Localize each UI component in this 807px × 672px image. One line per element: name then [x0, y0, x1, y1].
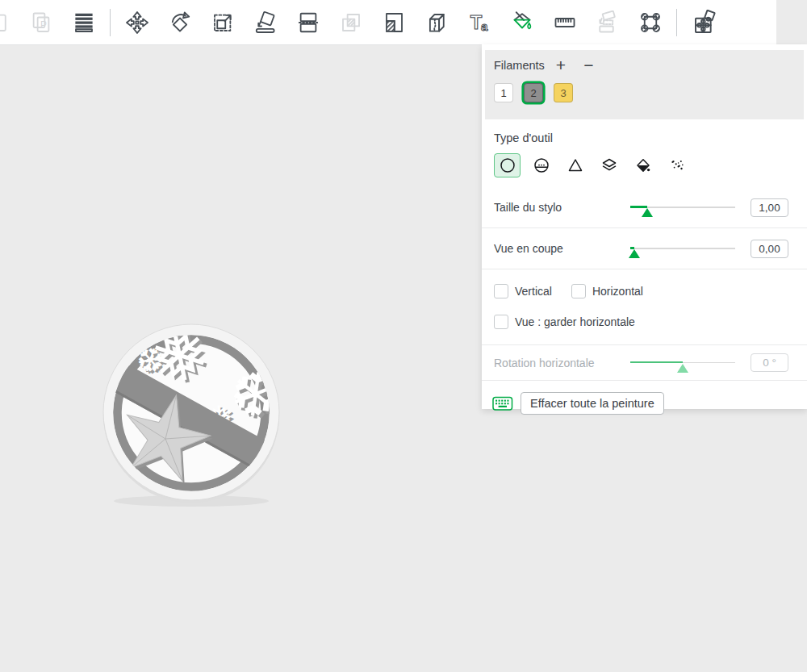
scale-button[interactable]: [201, 3, 244, 42]
seam-button[interactable]: [415, 3, 458, 42]
triangle-brush-icon: [567, 157, 584, 174]
toolbar-separator: [110, 9, 111, 36]
rotation-label: Rotation horizontale: [494, 357, 630, 369]
rotation-row: Rotation horizontale: [482, 345, 807, 380]
copy-button[interactable]: [0, 3, 19, 42]
svg-text:a: a: [480, 19, 487, 33]
filament-swatch-1[interactable]: 1: [494, 83, 513, 102]
checkbox-box[interactable]: [494, 284, 508, 298]
tool-type-section: Type d'outil: [482, 119, 807, 177]
tool-type-label: Type d'outil: [494, 131, 795, 144]
horizontal-label: Horizontal: [592, 285, 643, 298]
model-3d-badge[interactable]: ❅ ❆ ❆ ❅ ❅ ❆ ❆ ❅: [94, 317, 288, 511]
move-button[interactable]: [115, 3, 158, 42]
section-view-label: Vue en coupe: [494, 242, 630, 255]
assembly-button[interactable]: [586, 3, 629, 42]
corner-handles-button[interactable]: [629, 3, 671, 42]
support-paint-button[interactable]: [372, 3, 415, 42]
paint-tool-panel: Filaments + − 1 2 3 Type d'outil: [482, 44, 807, 409]
filament-number: 1: [500, 87, 506, 99]
section-view-input[interactable]: [751, 240, 788, 258]
support-paint-icon: [382, 10, 406, 35]
add-filament-button[interactable]: +: [556, 58, 566, 73]
toolbar-separator: [676, 9, 677, 36]
place-on-face-button[interactable]: [244, 3, 286, 42]
filament-number: 3: [560, 87, 566, 99]
paste-icon: P: [29, 10, 53, 35]
divider: [482, 269, 807, 269]
text-tool-icon: T a: [467, 10, 491, 35]
boolean-button[interactable]: [329, 3, 372, 42]
axis-checkbox-row: Vertical Horizontal: [482, 276, 807, 307]
rotate-button[interactable]: [158, 3, 201, 42]
section-view-row: Vue en coupe: [482, 228, 807, 269]
boolean-icon: [339, 10, 363, 35]
keep-horizontal-row: Vue : garder horizontale: [482, 307, 807, 337]
tool-gap-fill-button[interactable]: [663, 153, 690, 177]
move-icon: [125, 10, 149, 35]
slider-track[interactable]: [630, 248, 735, 249]
horizontal-checkbox[interactable]: Horizontal: [571, 284, 643, 298]
keep-view-horizontal-label: Vue : garder horizontale: [515, 315, 635, 328]
color-paint-button[interactable]: [500, 3, 543, 42]
copy-icon: [0, 10, 10, 35]
section-view-slider[interactable]: [630, 240, 735, 257]
filament-swatch-3[interactable]: 3: [554, 83, 573, 102]
tool-fill-button[interactable]: [629, 153, 656, 177]
cut-icon: [296, 10, 320, 35]
pen-size-label: Taille du stylo: [494, 201, 630, 214]
measure-button[interactable]: [543, 3, 586, 42]
clear-paint-row: Effacer toute la peinture: [482, 381, 807, 415]
vertical-label: Vertical: [515, 285, 552, 298]
slider-thumb[interactable]: [677, 364, 688, 373]
cut-button[interactable]: [286, 3, 329, 42]
scale-icon: [211, 10, 235, 35]
object-list-icon: [72, 10, 96, 35]
tool-triangle-button[interactable]: [562, 153, 588, 177]
filaments-label: Filaments: [494, 59, 545, 72]
color-paint-icon: [510, 10, 534, 35]
plugin-button[interactable]: [682, 3, 725, 42]
keep-view-horizontal-checkbox[interactable]: Vue : garder horizontale: [494, 315, 635, 329]
slider-fill: [630, 361, 683, 364]
slider-thumb[interactable]: [642, 208, 653, 217]
checkbox-box[interactable]: [571, 284, 586, 298]
tool-sphere-button[interactable]: [528, 153, 554, 177]
corner-handles-icon: [638, 10, 663, 35]
filament-swatch-2[interactable]: 2: [524, 83, 543, 102]
rotation-slider[interactable]: [630, 355, 735, 371]
pen-size-row: Taille du stylo: [482, 187, 807, 227]
rotate-icon: [168, 10, 192, 35]
rotation-input[interactable]: [751, 353, 788, 372]
pen-size-input[interactable]: [751, 198, 788, 217]
clear-all-paint-button[interactable]: Effacer toute la peinture: [521, 392, 664, 415]
filament-number: 2: [530, 87, 536, 99]
circle-brush-icon: [499, 157, 516, 174]
height-range-icon: [600, 157, 618, 174]
tool-height-range-button[interactable]: [596, 153, 622, 177]
pen-size-slider[interactable]: [630, 199, 735, 215]
vertical-checkbox[interactable]: Vertical: [494, 284, 552, 298]
seam-icon: [424, 10, 449, 35]
sphere-brush-icon: [533, 157, 550, 174]
remove-filament-button[interactable]: −: [583, 58, 593, 73]
plugin-puzzle-icon: [691, 10, 717, 35]
slider-thumb[interactable]: [629, 249, 640, 258]
svg-text:P: P: [40, 19, 47, 30]
filaments-section: Filaments + − 1 2 3: [485, 50, 804, 119]
checkbox-box[interactable]: [494, 315, 508, 329]
object-list-button[interactable]: [62, 3, 105, 42]
keyboard-shortcut-icon: [492, 396, 513, 411]
tool-circle-button[interactable]: [494, 153, 521, 177]
text-tool-button[interactable]: T a: [458, 3, 500, 42]
paste-button[interactable]: P: [19, 3, 62, 42]
measure-icon: [553, 10, 577, 35]
main-toolbar: P: [0, 0, 776, 45]
place-on-face-icon: [253, 10, 278, 35]
assembly-icon: [596, 10, 620, 35]
gap-fill-icon: [668, 157, 686, 174]
fill-bucket-icon: [634, 157, 652, 174]
